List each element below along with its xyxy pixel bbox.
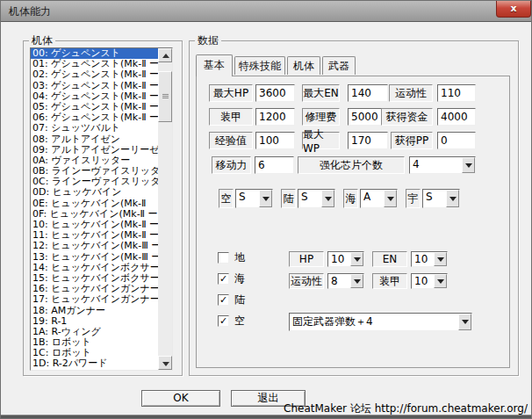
chip-count-select[interactable]: 4 <box>409 156 476 174</box>
list-item[interactable]: 12: ヒュッケバイン(Mk-Ⅲ ー L <box>31 241 158 251</box>
list-item[interactable]: 0E: ヒュッケバイン(Mk-Ⅱ <box>31 199 158 209</box>
checkbox-unchecked[interactable] <box>218 252 229 264</box>
upgrade-select[interactable]: 10 <box>411 273 448 289</box>
bonus-select[interactable]: 固定武器弹数＋4 <box>289 313 472 331</box>
gain-money-input[interactable] <box>437 108 476 126</box>
move-type-row: ✓空 <box>218 315 245 327</box>
move-power-input[interactable] <box>255 156 294 174</box>
chevron-down-icon[interactable] <box>350 252 363 266</box>
gain-pp-input[interactable] <box>437 132 476 149</box>
list-item[interactable]: 07: シュッツバルト <box>31 123 158 134</box>
chevron-down-icon[interactable] <box>434 274 447 288</box>
chevron-down-icon[interactable] <box>384 190 397 207</box>
tab-special-skills[interactable]: 特殊技能 <box>234 56 285 75</box>
exp-input[interactable] <box>255 132 295 149</box>
list-item[interactable]: 0A: ヴァイスリッター <box>31 155 158 166</box>
max-wp-input[interactable] <box>348 132 388 149</box>
upgrade-item: 运动性8 <box>289 273 364 289</box>
terrain-items: 空S陆S海A宇S <box>219 189 460 208</box>
list-item[interactable]: 14: ヒュッケバインボクサー― <box>31 263 158 273</box>
ok-button[interactable]: OK <box>141 390 220 407</box>
list-item[interactable]: 19: R-1 <box>31 316 158 327</box>
list-item[interactable]: 08: アルトアイゼン <box>31 134 158 145</box>
machine-list-scrollbar[interactable] <box>158 48 172 370</box>
list-item[interactable]: 02: ゲシュペンスト(Mk-Ⅱ ー F <box>31 69 158 80</box>
chevron-down-icon[interactable] <box>434 252 447 266</box>
list-item[interactable]: 1A: R-ウィング <box>31 327 158 337</box>
list-item[interactable]: 1B: ロボット <box>31 337 158 348</box>
move-power-label: 移动力 <box>212 156 251 174</box>
list-item[interactable]: 16: ヒュッケバインガンナー― <box>31 284 158 294</box>
list-item[interactable]: 0F: ヒュッケバイン(Mk-Ⅱ ー M <box>31 209 158 220</box>
upgrade-label: 装甲 <box>372 273 407 289</box>
list-item[interactable]: 03: ゲシュペンスト(Mk-Ⅱ ー M <box>31 81 158 91</box>
max-en-label: 最大EN <box>302 84 340 102</box>
list-item[interactable]: 15: ヒュッケバインボクサー― <box>31 273 158 284</box>
checkbox-checked[interactable]: ✓ <box>218 315 229 327</box>
list-item[interactable]: 04: ゲシュペンスト(Mk-Ⅱ ー M <box>31 91 158 102</box>
upgrade-label: HP <box>289 251 324 267</box>
list-item[interactable]: 10: ヒュッケバイン(Mk-Ⅱ ー M <box>31 220 158 230</box>
max-hp-input[interactable] <box>255 84 295 102</box>
list-item[interactable]: 00: ゲシュペンスト <box>31 48 158 59</box>
terrain-label: 陆 <box>281 189 296 208</box>
list-item[interactable]: 1C: ロボット <box>31 348 158 358</box>
scroll-down-button[interactable] <box>158 356 172 370</box>
scroll-up-button[interactable] <box>158 48 172 62</box>
terrain-select[interactable]: S <box>298 189 335 208</box>
move-type-row: ✓陆 <box>218 294 245 306</box>
gain-money-label: 获得资金 <box>381 108 433 126</box>
machine-list-items: 00: ゲシュペンスト01: ゲシュペンスト(Mk-Ⅱ ー S02: ゲシュペン… <box>31 48 158 370</box>
terrain-select-value: S <box>298 190 321 207</box>
list-item[interactable]: 05: ゲシュペンスト(Mk-Ⅱ ー M <box>31 102 158 112</box>
mobility-input[interactable] <box>437 84 476 102</box>
terrain-select-value: S <box>236 190 259 207</box>
max-en-input[interactable] <box>348 84 388 102</box>
list-item[interactable]: 0D: ヒュッケバイン <box>31 187 158 198</box>
list-item[interactable]: 13: ヒュッケバイン(Mk-Ⅲ ー R <box>31 252 158 263</box>
terrain-select[interactable]: S <box>235 189 273 208</box>
upgrade-select[interactable]: 10 <box>411 251 448 267</box>
tab-machine[interactable]: 机体 <box>287 56 320 75</box>
chevron-down-icon[interactable] <box>259 190 272 207</box>
chevron-down-icon[interactable] <box>446 190 459 207</box>
upgrade-select[interactable]: 10 <box>327 251 364 267</box>
checkbox-checked[interactable]: ✓ <box>218 294 229 306</box>
upgrade-select-value: 10 <box>328 252 350 266</box>
move-type-items: 地✓海✓陆✓空 <box>218 252 245 327</box>
upgrade-label: EN <box>372 251 407 267</box>
terrain-item: 海A <box>343 189 398 208</box>
upgrade-item: EN10 <box>372 251 448 267</box>
terrain-select[interactable]: S <box>422 189 460 208</box>
list-item[interactable]: 18: AMガンナー <box>31 306 158 316</box>
window-title: 机体能力 <box>9 4 51 19</box>
close-button[interactable]: x <box>496 1 531 18</box>
machine-group-label: 机体 <box>29 34 55 47</box>
chevron-down-icon[interactable] <box>321 190 334 207</box>
list-item[interactable]: 0B: ラインーヴァイスリッター <box>31 166 158 177</box>
list-item[interactable]: 1D: R-2パワード <box>31 358 158 369</box>
list-item[interactable]: 09: アルトアイゼンーリーゼ <box>31 145 158 155</box>
arrow-down-icon <box>162 362 169 366</box>
exp-label: 经验值 <box>209 132 253 149</box>
tab-weapons[interactable]: 武器 <box>322 56 356 75</box>
upgrade-select-value: 8 <box>328 274 350 288</box>
move-type-label: 地 <box>234 250 245 265</box>
list-item[interactable]: 0C: ラインーヴァイスリッター <box>31 177 158 187</box>
terrain-select[interactable]: A <box>360 189 398 208</box>
scroll-thumb[interactable] <box>158 71 172 122</box>
tab-basic[interactable]: 基本 <box>196 54 233 76</box>
upgrade-select[interactable]: 8 <box>327 273 364 289</box>
list-item[interactable]: 06: ゲシュペンスト(Mk-Ⅱ ー M <box>31 112 158 123</box>
chevron-down-icon[interactable] <box>462 157 475 173</box>
chip-count-value: 4 <box>410 157 462 173</box>
list-item[interactable]: 01: ゲシュペンスト(Mk-Ⅱ ー S <box>31 59 158 69</box>
list-item[interactable]: 11: ヒュッケバイン(Mk-Ⅱ ー M <box>31 230 158 241</box>
checkbox-checked[interactable]: ✓ <box>218 273 229 285</box>
machine-list[interactable]: 00: ゲシュペンスト01: ゲシュペンスト(Mk-Ⅱ ー S02: ゲシュペン… <box>30 47 173 371</box>
list-item[interactable]: 17: ヒュッケバインガンナー― <box>31 294 158 305</box>
arrow-up-icon <box>162 54 169 58</box>
chevron-down-icon[interactable] <box>458 314 471 330</box>
chevron-down-icon[interactable] <box>350 274 363 288</box>
armor-input[interactable] <box>255 108 295 126</box>
